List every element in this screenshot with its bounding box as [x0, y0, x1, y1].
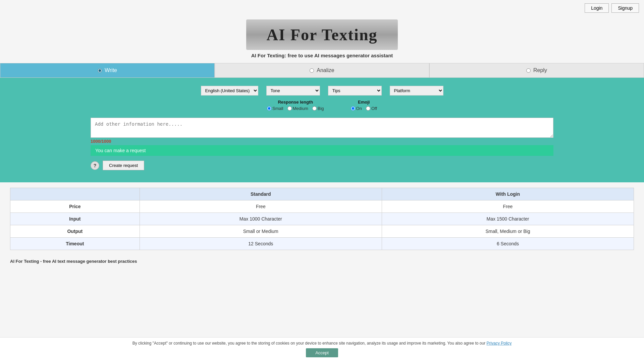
main-panel: English (United States) Tone Formal Casu…: [0, 78, 644, 182]
logo-box: AI For Texting: [246, 19, 397, 50]
response-medium-radio[interactable]: [287, 106, 292, 111]
status-message: You can make a request: [95, 148, 146, 153]
tone-select[interactable]: Tone Formal Casual Friendly: [266, 86, 320, 96]
language-select[interactable]: English (United States): [201, 86, 258, 96]
emoji-off-text: Off: [371, 106, 377, 111]
with-login-cell: Small, Medium or Big: [382, 225, 634, 238]
standard-cell: Max 1000 Character: [140, 213, 382, 225]
response-big-radio[interactable]: [312, 106, 317, 111]
emoji-on-text: On: [356, 106, 362, 111]
col-with-login-header: With Login: [382, 188, 634, 200]
response-big-label[interactable]: Big: [312, 106, 324, 111]
feature-cell: Timeout: [10, 238, 140, 250]
tab-reply-radio[interactable]: [526, 68, 531, 73]
tab-write-label: Write: [105, 67, 117, 73]
options-row: Response length Small Medium Big Emoji: [7, 100, 637, 111]
emoji-group: Emoji On Off: [351, 100, 377, 111]
emoji-radios: On Off: [351, 106, 377, 111]
col-standard-header: Standard: [140, 188, 382, 200]
with-login-cell: Max 1500 Character: [382, 213, 634, 225]
header: Login Signup: [0, 0, 644, 16]
table-header-row: Standard With Login: [10, 188, 634, 200]
with-login-cell: Free: [382, 200, 634, 213]
best-practices-text: AI For Texting - free AI text message ge…: [10, 259, 137, 264]
feature-cell: Output: [10, 225, 140, 238]
platform-select[interactable]: Platform SMS WhatsApp: [390, 86, 443, 96]
tab-analize-label: Analize: [317, 67, 334, 73]
help-icon[interactable]: ?: [91, 161, 99, 170]
response-length-label: Response length: [267, 100, 324, 105]
feature-cell: Input: [10, 213, 140, 225]
standard-cell: Free: [140, 200, 382, 213]
standard-cell: 12 Seconds: [140, 238, 382, 250]
category-select[interactable]: Tips Advice Reminder: [328, 86, 382, 96]
tab-reply-label: Reply: [533, 67, 547, 73]
response-small-radio[interactable]: [267, 106, 271, 111]
col-feature-header: [10, 188, 140, 200]
emoji-label: Emoji: [351, 100, 377, 105]
response-small-label[interactable]: Small: [267, 106, 283, 111]
response-length-radios: Small Medium Big: [267, 106, 324, 111]
comparison-table: Standard With Login Price Free Free Inpu…: [10, 188, 634, 250]
emoji-on-label[interactable]: On: [351, 106, 362, 111]
table-section: Standard With Login Price Free Free Inpu…: [0, 182, 644, 255]
tab-analize-radio[interactable]: [310, 68, 314, 73]
additional-info-textarea[interactable]: [91, 118, 553, 138]
table-body: Price Free Free Input Max 1000 Character…: [10, 200, 634, 250]
create-request-button[interactable]: Create request: [103, 161, 144, 170]
response-length-group: Response length Small Medium Big: [267, 100, 324, 111]
table-row: Price Free Free: [10, 200, 634, 213]
response-big-text: Big: [318, 106, 324, 111]
response-small-text: Small: [272, 106, 283, 111]
feature-cell: Price: [10, 200, 140, 213]
emoji-off-radio[interactable]: [366, 106, 370, 111]
standard-cell: Small or Medium: [140, 225, 382, 238]
tab-reply[interactable]: Reply: [429, 63, 644, 78]
app-title: AI For Texting: [266, 25, 377, 44]
tab-write-radio[interactable]: [98, 68, 102, 73]
login-button[interactable]: Login: [585, 3, 609, 13]
tab-row: Write Analize Reply: [0, 63, 644, 78]
char-count: 1000/1000: [91, 139, 553, 144]
dropdowns-row: English (United States) Tone Formal Casu…: [7, 86, 637, 96]
bottom-actions: ? Create request: [91, 161, 553, 170]
textarea-wrapper: 1000/1000 You can make a request ? Creat…: [91, 118, 553, 170]
app-subtitle: AI For Texting: free to use AI messages …: [0, 53, 644, 58]
tab-analize[interactable]: Analize: [215, 63, 429, 78]
table-row: Input Max 1000 Character Max 1500 Charac…: [10, 213, 634, 225]
request-status-bar: You can make a request: [91, 145, 553, 156]
response-medium-label[interactable]: Medium: [287, 106, 308, 111]
logo-container: AI For Texting: [0, 19, 644, 50]
signup-button[interactable]: Signup: [611, 3, 639, 13]
tab-write[interactable]: Write: [0, 63, 215, 78]
emoji-off-label[interactable]: Off: [366, 106, 377, 111]
emoji-on-radio[interactable]: [351, 106, 355, 111]
response-medium-text: Medium: [293, 106, 308, 111]
with-login-cell: 6 Seconds: [382, 238, 634, 250]
table-row: Timeout 12 Seconds 6 Seconds: [10, 238, 634, 250]
table-row: Output Small or Medium Small, Medium or …: [10, 225, 634, 238]
best-practices: AI For Texting - free AI text message ge…: [0, 255, 644, 266]
